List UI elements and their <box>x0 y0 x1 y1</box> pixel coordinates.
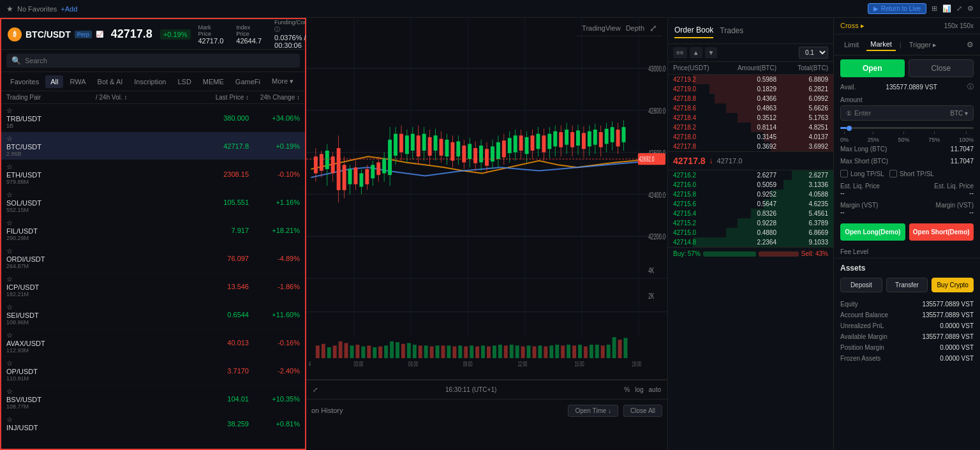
cross-header: Cross ▸ 150x 150x <box>834 18 980 34</box>
grid-icon[interactable]: ⊞ <box>932 4 937 13</box>
avail-value: 135577.0889 VST <box>886 84 937 91</box>
star-button[interactable]: ☆ <box>6 135 96 143</box>
amount-unit[interactable]: BTC ▾ <box>950 110 968 117</box>
transfer-button[interactable]: Transfer <box>886 278 928 292</box>
amount-slider[interactable] <box>840 127 974 129</box>
tab-inscription[interactable]: Inscription <box>129 75 171 88</box>
order-settings-icon[interactable]: ⚙ <box>967 40 974 49</box>
long-tpsl-checkbox[interactable]: Long TP/SL <box>840 170 884 177</box>
star-button[interactable]: ☆ <box>6 303 96 311</box>
tab-rwa[interactable]: RWA <box>64 75 91 88</box>
tradingview-label[interactable]: TradingView <box>582 24 621 32</box>
deposit-button[interactable]: Deposit <box>840 278 882 292</box>
slider-mark-100[interactable]: 100% <box>959 131 974 143</box>
list-item[interactable]: ☆ OP/USDT 110.91M 3.7170 -2.40% <box>1 357 305 385</box>
svg-rect-158 <box>452 347 456 358</box>
tab-meme[interactable]: MEME <box>198 75 229 88</box>
position-history-actions: Open Time ↓ Close All <box>568 405 662 417</box>
close-all-button[interactable]: Close All <box>623 405 662 417</box>
tab-limit[interactable]: Limit <box>840 39 863 50</box>
ob-bid-row: 42715.60.56474.6235 <box>668 199 833 209</box>
svg-rect-183 <box>595 345 599 358</box>
slider-handle[interactable] <box>847 126 852 131</box>
svg-rect-137 <box>333 345 337 358</box>
search-input[interactable] <box>25 57 295 64</box>
star-button[interactable]: ☆ <box>6 416 96 424</box>
log-label[interactable]: log <box>635 386 643 393</box>
list-item[interactable]: ☆ ICP/USDT 182.21M 13.546 -1.86% <box>1 273 305 301</box>
ob-view-all-btn[interactable]: ≡≡ <box>673 47 687 58</box>
svg-rect-174 <box>544 347 547 358</box>
auto-label[interactable]: auto <box>649 386 661 393</box>
ob-decimal-select[interactable]: 0.1 <box>799 47 828 59</box>
list-item[interactable]: ☆ FIL/USDT 290.29M 7.917 +18.21% <box>1 216 305 244</box>
svg-rect-128 <box>616 130 620 146</box>
close-position-button[interactable]: Close <box>909 59 974 77</box>
buy-crypto-button[interactable]: Buy Crypto <box>932 278 974 292</box>
ob-bids: 42716.22.62772.6277 42716.00.50593.1336 … <box>668 170 833 247</box>
tab-market[interactable]: Market <box>866 38 896 51</box>
star-button[interactable]: ☆ <box>6 387 96 396</box>
ob-ask-row: 42718.20.81144.8251 <box>668 123 833 132</box>
list-item[interactable]: ☆ TRB/USDT 1B 380.000 +34.06% <box>1 104 305 132</box>
ob-view-bids-btn[interactable]: ▼ <box>705 47 718 58</box>
tab-more[interactable]: More ▾ <box>267 75 299 88</box>
chart-expand-icon[interactable]: ⤢ <box>313 386 318 393</box>
return-live-button[interactable]: ▶ Return to Live <box>868 3 926 14</box>
star-button[interactable]: ☆ <box>6 247 96 255</box>
list-item[interactable]: ☆ SOL/USDT 552.15M 105.551 +1.16% <box>1 188 305 216</box>
open-long-button[interactable]: Open Long(Demo) <box>840 223 905 241</box>
tab-favorites[interactable]: Favorites <box>5 75 44 88</box>
open-position-button[interactable]: Open <box>840 59 905 77</box>
chart-icon[interactable]: 📊 <box>942 4 951 13</box>
short-tpsl-check[interactable] <box>889 170 897 177</box>
star-button[interactable]: ☆ <box>6 219 96 227</box>
ob-view-asks-btn[interactable]: ▲ <box>690 47 702 58</box>
star-button[interactable]: ☆ <box>6 107 96 115</box>
list-item[interactable]: ☆ ORDI/USDT 264.87M 76.097 -4.89% <box>1 244 305 273</box>
tab-orderbook[interactable]: Order Book <box>674 23 713 38</box>
slider-mark-50[interactable]: 50% <box>898 131 909 143</box>
symbol-header: ₿ BTC/USDT Perp 📈 42717.8 +0.19% Mark Pr… <box>1 19 305 50</box>
symbol-name[interactable]: BTC/USDT <box>26 29 71 40</box>
list-item[interactable]: ☆ SEI/USDT 108.96M 0.6544 +11.60% <box>1 301 305 329</box>
left-panel: ₿ BTC/USDT Perp 📈 42717.8 +0.19% Mark Pr… <box>0 18 306 450</box>
svg-rect-134 <box>316 345 320 358</box>
short-tpsl-checkbox[interactable]: Short TP/SL <box>889 170 934 177</box>
expand-chart-icon[interactable]: ⤢ <box>650 23 657 33</box>
expand-icon[interactable]: ⤢ <box>956 4 962 13</box>
amount-input[interactable] <box>854 109 947 117</box>
list-item[interactable]: ☆ INJ/USDT 38.259 +0.81% <box>1 413 305 435</box>
order-type-tabs: Limit Market | Trigger ▸ ⚙ <box>834 34 980 56</box>
tab-lsd[interactable]: LSD <box>172 75 196 88</box>
open-time-button[interactable]: Open Time ↓ <box>568 405 618 417</box>
list-item[interactable]: ☆ BTC/USDT 2.86B 42717.8 +0.19% <box>1 132 305 160</box>
cross-label[interactable]: Cross ▸ <box>840 22 865 30</box>
list-item[interactable]: ☆ ETH/USDT 979.88M 2308.15 -0.10% <box>1 160 305 188</box>
star-button[interactable]: ☆ <box>6 163 96 171</box>
leverage-badge[interactable]: 150x 150x <box>944 22 974 29</box>
equity-label: Equity <box>840 301 858 308</box>
settings-icon[interactable]: ⚙ <box>967 4 974 13</box>
svg-text:15:00: 15:00 <box>575 360 584 368</box>
star-button[interactable]: ☆ <box>6 275 96 283</box>
slider-mark-75[interactable]: 75% <box>928 131 940 143</box>
tab-trades[interactable]: Trades <box>720 24 743 38</box>
add-favorites-link[interactable]: +Add <box>61 5 77 13</box>
tab-trigger[interactable]: Trigger ▸ <box>905 39 941 51</box>
open-short-button[interactable]: Open Short(Demo) <box>909 223 974 241</box>
star-button[interactable]: ☆ <box>6 359 96 368</box>
slider-mark-25[interactable]: 25% <box>868 131 879 143</box>
star-button[interactable]: ☆ <box>6 331 96 340</box>
tab-all[interactable]: All <box>45 75 63 88</box>
list-item[interactable]: ☆ BSV/USDT 108.77M 104.01 +10.35% <box>1 385 305 413</box>
depth-label[interactable]: Depth <box>626 24 644 32</box>
max-short-value: 11.7047 <box>951 158 974 165</box>
tab-gamefi[interactable]: GameFi <box>230 75 265 88</box>
list-item[interactable]: ☆ AVAX/USDT 112.93M 40.013 -0.16% <box>1 329 305 357</box>
slider-mark-0[interactable]: 0% <box>840 131 849 143</box>
tab-bot-ai[interactable]: Bot & AI <box>93 75 128 88</box>
star-button[interactable]: ☆ <box>6 191 96 199</box>
position-history: on History Open Time ↓ Close All <box>306 399 667 450</box>
long-tpsl-check[interactable] <box>840 170 848 177</box>
